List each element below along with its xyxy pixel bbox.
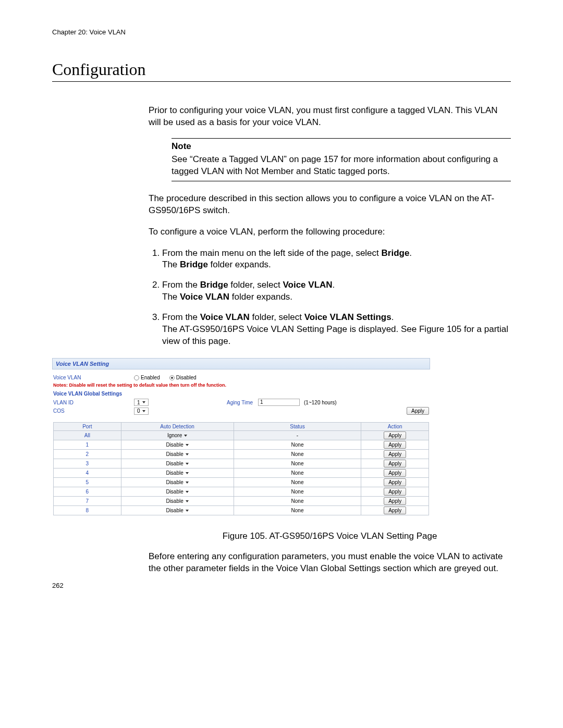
chevron-down-icon xyxy=(186,500,189,502)
table-row: 6DisableNoneApply xyxy=(54,487,429,497)
table-row: 7DisableNoneApply xyxy=(54,497,429,506)
radio-enabled[interactable] xyxy=(134,375,139,380)
step-2: From the Bridge folder, select Voice VLA… xyxy=(162,279,511,303)
row-apply-button[interactable]: Apply xyxy=(384,488,406,496)
cell-action: Apply xyxy=(361,459,429,468)
cos-label: COS xyxy=(53,408,134,414)
table-row: 5DisableNoneApply xyxy=(54,478,429,487)
aging-time-input[interactable]: 1 xyxy=(258,399,300,406)
cell-port: 8 xyxy=(54,506,121,515)
section-title: Configuration xyxy=(52,60,511,79)
chevron-down-icon xyxy=(184,435,187,437)
auto-detection-select[interactable]: Disable xyxy=(166,508,188,513)
cell-port: 7 xyxy=(54,497,121,506)
global-apply-button[interactable]: Apply xyxy=(407,407,429,415)
figure-screenshot: Voice VLAN Setting Voice VLAN Enabled Di… xyxy=(52,358,430,519)
aging-time-label: Aging Time xyxy=(227,400,253,405)
chapter-header: Chapter 20: Voice VLAN xyxy=(52,28,511,36)
vlan-id-select[interactable]: 1 xyxy=(134,399,149,406)
cell-auto: Disable xyxy=(121,487,234,497)
table-row: 1DisableNoneApply xyxy=(54,440,429,450)
cell-status: None xyxy=(234,459,361,468)
cell-action: Apply xyxy=(361,440,429,450)
chevron-down-icon xyxy=(186,453,189,455)
auto-detection-select[interactable]: Ignore xyxy=(167,433,187,438)
auto-detection-select[interactable]: Disable xyxy=(166,461,188,466)
row-apply-button[interactable]: Apply xyxy=(384,450,406,458)
cell-status: - xyxy=(234,431,361,440)
title-rule xyxy=(52,81,511,82)
vlan-id-label: VLAN ID xyxy=(53,400,134,405)
cell-status: None xyxy=(234,487,361,497)
auto-detection-select[interactable]: Disable xyxy=(166,451,188,457)
cell-port: 1 xyxy=(54,440,121,450)
row-apply-button[interactable]: Apply xyxy=(384,507,406,514)
note-rule-top xyxy=(172,138,511,139)
row-apply-button[interactable]: Apply xyxy=(384,431,406,439)
cell-port: 5 xyxy=(54,478,121,487)
auto-detection-select[interactable]: Disable xyxy=(166,489,188,495)
note-rule-bottom xyxy=(172,181,511,181)
chevron-down-icon xyxy=(186,491,189,493)
row-apply-button[interactable]: Apply xyxy=(384,460,406,467)
note-heading: Note xyxy=(172,141,511,153)
auto-detection-select[interactable]: Disable xyxy=(166,479,188,485)
cell-action: Apply xyxy=(361,478,429,487)
row-apply-button[interactable]: Apply xyxy=(384,469,406,477)
paragraph-after-note-1: The procedure described in this section … xyxy=(149,193,511,217)
cell-action: Apply xyxy=(361,497,429,506)
col-status: Status xyxy=(234,423,361,431)
chevron-down-icon xyxy=(186,472,189,474)
cell-auto: Disable xyxy=(121,450,234,459)
voice-vlan-label: Voice VLAN xyxy=(53,375,134,380)
cell-action: Apply xyxy=(361,487,429,497)
cell-action: Apply xyxy=(361,450,429,459)
step-3: From the Voice VLAN folder, select Voice… xyxy=(162,312,511,348)
table-row: 8DisableNoneApply xyxy=(54,506,429,515)
row-apply-button[interactable]: Apply xyxy=(384,497,406,505)
warning-text: Notes: Disable will reset the setting to… xyxy=(53,382,429,388)
auto-detection-select[interactable]: Disable xyxy=(166,470,188,476)
cell-status: None xyxy=(234,506,361,515)
closing-paragraph: Before entering any configuration parame… xyxy=(149,551,511,575)
cell-status: None xyxy=(234,478,361,487)
cell-auto: Disable xyxy=(121,459,234,468)
table-row: 4DisableNoneApply xyxy=(54,468,429,478)
note-block: Note See “Create a Tagged VLAN” on page … xyxy=(172,138,511,181)
cell-action: Apply xyxy=(361,506,429,515)
cell-status: None xyxy=(234,450,361,459)
cell-auto: Disable xyxy=(121,478,234,487)
panel-title: Voice VLAN Setting xyxy=(52,358,430,369)
chevron-down-icon xyxy=(142,410,145,412)
note-body: See “Create a Tagged VLAN” on page 157 f… xyxy=(172,154,511,178)
cos-select[interactable]: 0 xyxy=(134,408,149,415)
procedure-steps: From the main menu on the left side of t… xyxy=(149,248,511,348)
chevron-down-icon xyxy=(186,482,189,484)
cell-action: Apply xyxy=(361,468,429,478)
global-settings-heading: Voice VLAN Global Settings xyxy=(53,391,429,397)
row-apply-button[interactable]: Apply xyxy=(384,441,406,449)
table-row-all: AllIgnore-Apply xyxy=(54,431,429,440)
cell-auto: Disable xyxy=(121,506,234,515)
figure-caption: Figure 105. AT-GS950/16PS Voice VLAN Set… xyxy=(149,531,511,541)
row-apply-button[interactable]: Apply xyxy=(384,478,406,486)
chevron-down-icon xyxy=(142,401,145,403)
step-1: From the main menu on the left side of t… xyxy=(162,248,511,272)
port-table: Port Auto Detection Status Action AllIgn… xyxy=(53,422,429,515)
auto-detection-select[interactable]: Disable xyxy=(166,442,188,448)
chevron-down-icon xyxy=(186,510,189,512)
cell-status: None xyxy=(234,497,361,506)
col-port: Port xyxy=(54,423,121,431)
cell-status: None xyxy=(234,468,361,478)
table-row: 2DisableNoneApply xyxy=(54,450,429,459)
cell-port: 2 xyxy=(54,450,121,459)
auto-detection-select[interactable]: Disable xyxy=(166,498,188,504)
cell-auto: Ignore xyxy=(121,431,234,440)
page-number: 262 xyxy=(52,582,64,589)
radio-disabled-label: Disabled xyxy=(176,375,197,380)
radio-disabled[interactable] xyxy=(169,375,175,380)
col-auto-detection: Auto Detection xyxy=(121,423,234,431)
table-row: 3DisableNoneApply xyxy=(54,459,429,468)
cell-auto: Disable xyxy=(121,440,234,450)
cell-action: Apply xyxy=(361,431,429,440)
